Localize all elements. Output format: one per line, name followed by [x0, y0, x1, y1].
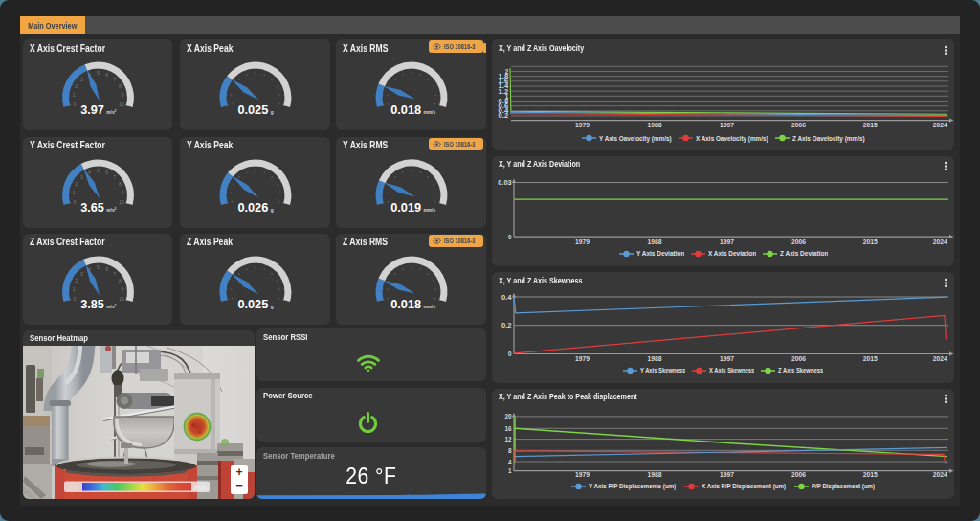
svg-text:3.65: 3.65: [80, 200, 104, 214]
svg-text:1997: 1997: [720, 237, 734, 245]
svg-text:3: 3: [80, 270, 83, 276]
svg-text:1: 1: [508, 465, 512, 474]
svg-text:g: g: [271, 110, 274, 115]
svg-text:3: 3: [80, 77, 83, 82]
svg-text:2015: 2015: [863, 354, 879, 363]
svg-text:X Axis Skewness: X Axis Skewness: [709, 366, 754, 374]
svg-text:1988: 1988: [648, 469, 662, 478]
svg-text:6: 6: [105, 72, 108, 78]
svg-text:8: 8: [119, 181, 122, 187]
svg-text:0: 0: [508, 350, 512, 358]
svg-text:0.019: 0.019: [390, 200, 421, 214]
svg-text:Z Axis Oavelocity (mm/s): Z Axis Oavelocity (mm/s): [792, 134, 865, 143]
svg-text:8: 8: [119, 278, 122, 283]
svg-text:2006: 2006: [791, 354, 806, 363]
svg-text:3.97: 3.97: [80, 103, 104, 117]
svg-text:8: 8: [508, 445, 512, 454]
svg-text:0.03: 0.03: [498, 178, 511, 187]
svg-text:1: 1: [73, 286, 76, 292]
svg-text:Y Axis Deviation: Y Axis Deviation: [636, 249, 684, 258]
svg-text:m/s2: m/s2: [106, 109, 116, 115]
svg-text:0.4: 0.4: [501, 293, 513, 302]
svg-text:Y Axis Oavelocity (mm/s): Y Axis Oavelocity (mm/s): [599, 134, 672, 143]
svg-text:0.026: 0.026: [237, 200, 268, 214]
svg-text:7: 7: [113, 173, 116, 179]
svg-text:Y Axis P/P Displacemente (um): Y Axis P/P Displacemente (um): [589, 482, 676, 490]
svg-text:m/s2: m/s2: [106, 207, 116, 213]
svg-text:2024: 2024: [933, 354, 948, 363]
svg-text:3.85: 3.85: [80, 297, 104, 310]
svg-text:0.025: 0.025: [237, 103, 268, 117]
svg-text:1979: 1979: [575, 469, 590, 478]
svg-text:Z Axis Skewness: Z Axis Skewness: [778, 366, 823, 374]
svg-text:5: 5: [97, 168, 100, 173]
svg-text:2: 2: [75, 278, 78, 283]
svg-text:1988: 1988: [648, 121, 662, 129]
svg-text:mm/s: mm/s: [424, 207, 436, 212]
svg-text:0: 0: [74, 102, 77, 107]
svg-text:4: 4: [88, 169, 91, 174]
svg-text:1979: 1979: [575, 354, 590, 363]
svg-text:2015: 2015: [863, 237, 879, 245]
svg-text:9: 9: [122, 190, 124, 195]
svg-text:2024: 2024: [933, 469, 948, 478]
svg-text:2024: 2024: [933, 237, 948, 245]
svg-text:P/P Displacement (um): P/P Displacement (um): [812, 482, 875, 490]
svg-text:200: 200: [193, 484, 208, 492]
svg-text:1: 1: [73, 92, 76, 98]
svg-text:1979: 1979: [575, 237, 590, 245]
svg-text:0: 0: [74, 198, 77, 204]
svg-text:20: 20: [504, 412, 511, 420]
svg-text:1979: 1979: [575, 121, 590, 129]
svg-text:1997: 1997: [720, 354, 734, 363]
svg-text:g: g: [271, 207, 274, 212]
svg-text:6: 6: [105, 169, 108, 174]
svg-text:Z Axis Deviation: Z Axis Deviation: [780, 249, 828, 258]
svg-text:4: 4: [508, 457, 512, 465]
svg-text:2006: 2006: [791, 121, 806, 129]
svg-text:0.2: 0.2: [499, 111, 509, 120]
svg-text:7: 7: [113, 270, 116, 276]
svg-text:X Axis Deviation: X Axis Deviation: [708, 249, 756, 258]
svg-text:1988: 1988: [648, 237, 662, 245]
svg-text:8: 8: [119, 83, 122, 89]
svg-text:10: 10: [119, 295, 124, 301]
svg-text:0.025: 0.025: [237, 297, 268, 310]
svg-text:16: 16: [504, 423, 511, 432]
svg-text:0: 0: [74, 295, 77, 301]
svg-text:5: 5: [97, 264, 100, 270]
svg-text:9: 9: [122, 286, 124, 292]
svg-text:6: 6: [105, 265, 108, 271]
svg-text:0: 0: [508, 232, 512, 240]
svg-text:m/s2: m/s2: [106, 304, 116, 309]
svg-text:1988: 1988: [648, 354, 662, 363]
svg-text:g: g: [271, 304, 274, 308]
svg-text:0.018: 0.018: [390, 103, 421, 117]
svg-text:X Axis P/P Displacement (um): X Axis P/P Displacement (um): [702, 482, 786, 490]
svg-text:2006: 2006: [791, 237, 806, 245]
svg-text:12: 12: [504, 435, 511, 443]
svg-text:10: 10: [119, 198, 124, 204]
svg-text:X Axis Oavelocity (mm/s): X Axis Oavelocity (mm/s): [696, 134, 768, 143]
svg-text:2015: 2015: [863, 469, 879, 478]
svg-text:1997: 1997: [720, 469, 734, 478]
svg-text:10: 10: [119, 102, 124, 107]
svg-text:7: 7: [113, 77, 116, 82]
svg-text:2: 2: [75, 181, 78, 187]
svg-text:Y Axis Skewness: Y Axis Skewness: [640, 366, 685, 374]
svg-text:1997: 1997: [720, 121, 734, 129]
svg-text:5: 5: [97, 70, 100, 76]
svg-text:2024: 2024: [933, 121, 948, 129]
svg-text:mm/s: mm/s: [424, 304, 436, 308]
svg-text:1: 1: [73, 190, 76, 195]
svg-text:2015: 2015: [863, 121, 879, 129]
svg-text:3: 3: [80, 173, 83, 179]
svg-text:20: 20: [68, 484, 78, 492]
svg-text:0.018: 0.018: [390, 297, 421, 310]
svg-text:2006: 2006: [791, 469, 806, 478]
svg-text:0.2: 0.2: [501, 321, 512, 329]
svg-text:2: 2: [75, 83, 78, 89]
svg-text:mm/s: mm/s: [424, 110, 436, 115]
svg-text:9: 9: [122, 92, 124, 98]
